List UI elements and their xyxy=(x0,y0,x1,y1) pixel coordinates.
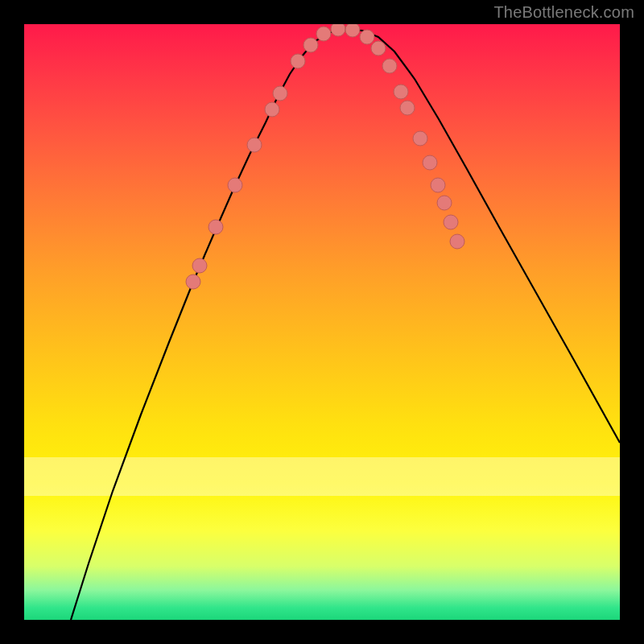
curve-marker xyxy=(316,27,331,41)
curve-marker xyxy=(400,101,415,115)
plot-area xyxy=(24,24,620,620)
curve-marker xyxy=(360,30,374,44)
curve-layer xyxy=(24,24,620,620)
bottleneck-curve xyxy=(71,29,620,620)
curve-marker xyxy=(444,215,458,229)
curve-marker xyxy=(291,54,305,68)
curve-marker xyxy=(413,131,427,146)
curve-markers xyxy=(186,24,464,289)
curve-marker xyxy=(265,102,279,117)
curve-marker xyxy=(192,258,207,273)
curve-marker xyxy=(423,155,437,170)
curve-marker xyxy=(394,85,408,99)
curve-marker xyxy=(331,24,345,36)
curve-marker xyxy=(208,220,223,234)
curve-marker xyxy=(450,234,464,249)
curve-marker xyxy=(186,275,200,289)
curve-marker xyxy=(437,196,452,210)
curve-marker xyxy=(382,59,397,73)
outer-frame: TheBottleneck.com xyxy=(0,0,644,644)
watermark: TheBottleneck.com xyxy=(493,3,634,22)
curve-marker xyxy=(247,138,262,152)
curve-marker xyxy=(371,41,386,56)
curve-marker xyxy=(345,24,360,37)
curve-marker xyxy=(228,178,242,192)
curve-marker xyxy=(303,38,318,52)
curve-marker xyxy=(273,86,287,101)
curve-marker xyxy=(431,178,445,192)
